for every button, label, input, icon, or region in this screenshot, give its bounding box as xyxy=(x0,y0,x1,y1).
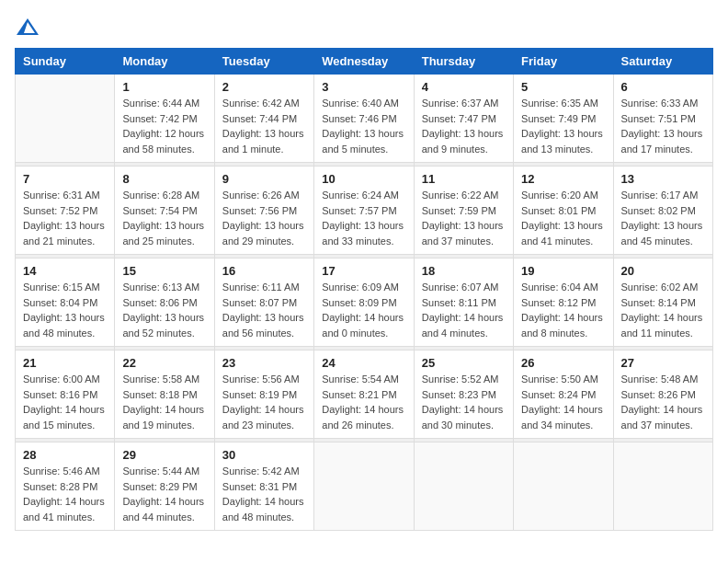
day-header-saturday: Saturday xyxy=(613,49,712,75)
day-info: Sunrise: 6:15 AMSunset: 8:04 PMDaylight:… xyxy=(23,280,107,340)
day-number: 24 xyxy=(322,356,405,370)
day-number: 18 xyxy=(422,264,506,278)
calendar-cell: 17Sunrise: 6:09 AMSunset: 8:09 PMDayligh… xyxy=(314,259,414,347)
day-number: 19 xyxy=(521,264,605,278)
day-header-monday: Monday xyxy=(115,49,214,75)
day-number: 8 xyxy=(122,172,206,186)
day-info: Sunrise: 6:24 AMSunset: 7:57 PMDaylight:… xyxy=(322,188,405,248)
day-info: Sunrise: 6:37 AMSunset: 7:47 PMDaylight:… xyxy=(422,96,506,156)
calendar-cell: 15Sunrise: 6:13 AMSunset: 8:06 PMDayligh… xyxy=(115,259,214,347)
calendar-cell xyxy=(414,442,513,531)
day-info: Sunrise: 5:46 AMSunset: 8:28 PMDaylight:… xyxy=(23,464,107,524)
calendar-cell: 2Sunrise: 6:42 AMSunset: 7:44 PMDaylight… xyxy=(214,75,313,163)
day-info: Sunrise: 6:40 AMSunset: 7:46 PMDaylight:… xyxy=(322,96,405,156)
day-number: 3 xyxy=(322,80,405,94)
day-info: Sunrise: 6:09 AMSunset: 8:09 PMDaylight:… xyxy=(322,280,405,340)
calendar-cell: 13Sunrise: 6:17 AMSunset: 8:02 PMDayligh… xyxy=(613,167,712,255)
calendar-cell: 30Sunrise: 5:42 AMSunset: 8:31 PMDayligh… xyxy=(214,442,313,531)
calendar-cell: 19Sunrise: 6:04 AMSunset: 8:12 PMDayligh… xyxy=(514,259,613,347)
day-info: Sunrise: 6:04 AMSunset: 8:12 PMDaylight:… xyxy=(521,280,605,340)
calendar-cell: 7Sunrise: 6:31 AMSunset: 7:52 PMDaylight… xyxy=(16,167,115,255)
day-info: Sunrise: 5:44 AMSunset: 8:29 PMDaylight:… xyxy=(122,464,206,524)
day-number: 25 xyxy=(422,356,506,370)
day-number: 21 xyxy=(23,356,107,370)
calendar-cell: 18Sunrise: 6:07 AMSunset: 8:11 PMDayligh… xyxy=(414,259,513,347)
calendar-cell xyxy=(613,442,712,531)
day-info: Sunrise: 5:42 AMSunset: 8:31 PMDaylight:… xyxy=(222,464,306,524)
calendar-cell: 10Sunrise: 6:24 AMSunset: 7:57 PMDayligh… xyxy=(314,167,414,255)
day-header-wednesday: Wednesday xyxy=(314,49,414,75)
calendar-cell xyxy=(16,75,115,163)
day-info: Sunrise: 6:33 AMSunset: 7:51 PMDaylight:… xyxy=(621,96,705,156)
day-info: Sunrise: 6:31 AMSunset: 7:52 PMDaylight:… xyxy=(23,188,107,248)
day-number: 7 xyxy=(23,172,107,186)
calendar-cell xyxy=(514,442,613,531)
calendar-cell: 1Sunrise: 6:44 AMSunset: 7:42 PMDaylight… xyxy=(115,75,214,163)
day-info: Sunrise: 5:52 AMSunset: 8:23 PMDaylight:… xyxy=(422,372,506,432)
day-number: 22 xyxy=(122,356,206,370)
day-number: 4 xyxy=(422,80,506,94)
calendar-cell: 16Sunrise: 6:11 AMSunset: 8:07 PMDayligh… xyxy=(214,259,313,347)
day-number: 23 xyxy=(222,356,306,370)
day-info: Sunrise: 5:48 AMSunset: 8:26 PMDaylight:… xyxy=(621,372,705,432)
day-header-tuesday: Tuesday xyxy=(214,49,313,75)
calendar-cell: 29Sunrise: 5:44 AMSunset: 8:29 PMDayligh… xyxy=(115,442,214,531)
calendar-cell: 22Sunrise: 5:58 AMSunset: 8:18 PMDayligh… xyxy=(115,350,214,439)
calendar-cell: 27Sunrise: 5:48 AMSunset: 8:26 PMDayligh… xyxy=(613,350,712,439)
calendar-cell: 20Sunrise: 6:02 AMSunset: 8:14 PMDayligh… xyxy=(613,259,712,347)
day-number: 5 xyxy=(521,80,605,94)
day-info: Sunrise: 6:00 AMSunset: 8:16 PMDaylight:… xyxy=(23,372,107,432)
day-info: Sunrise: 5:54 AMSunset: 8:21 PMDaylight:… xyxy=(322,372,405,432)
calendar-cell: 4Sunrise: 6:37 AMSunset: 7:47 PMDaylight… xyxy=(414,75,513,163)
day-number: 20 xyxy=(621,264,705,278)
day-header-friday: Friday xyxy=(514,49,613,75)
calendar-cell: 25Sunrise: 5:52 AMSunset: 8:23 PMDayligh… xyxy=(414,350,513,439)
day-info: Sunrise: 6:44 AMSunset: 7:42 PMDaylight:… xyxy=(122,96,206,156)
day-number: 30 xyxy=(222,448,306,462)
day-number: 6 xyxy=(621,80,705,94)
calendar-header-row: SundayMondayTuesdayWednesdayThursdayFrid… xyxy=(16,49,713,75)
week-row-4: 21Sunrise: 6:00 AMSunset: 8:16 PMDayligh… xyxy=(16,350,713,439)
day-number: 1 xyxy=(122,80,206,94)
day-number: 16 xyxy=(222,264,306,278)
day-header-sunday: Sunday xyxy=(16,49,115,75)
day-info: Sunrise: 6:07 AMSunset: 8:11 PMDaylight:… xyxy=(422,280,506,340)
day-info: Sunrise: 6:22 AMSunset: 7:59 PMDaylight:… xyxy=(422,188,506,248)
calendar-cell: 21Sunrise: 6:00 AMSunset: 8:16 PMDayligh… xyxy=(16,350,115,439)
calendar-cell: 23Sunrise: 5:56 AMSunset: 8:19 PMDayligh… xyxy=(214,350,313,439)
calendar-body: 1Sunrise: 6:44 AMSunset: 7:42 PMDaylight… xyxy=(16,75,713,531)
logo xyxy=(15,15,44,40)
calendar-cell: 28Sunrise: 5:46 AMSunset: 8:28 PMDayligh… xyxy=(16,442,115,531)
calendar-cell: 6Sunrise: 6:33 AMSunset: 7:51 PMDaylight… xyxy=(613,75,712,163)
calendar: SundayMondayTuesdayWednesdayThursdayFrid… xyxy=(15,48,713,531)
week-row-1: 1Sunrise: 6:44 AMSunset: 7:42 PMDaylight… xyxy=(16,75,713,163)
calendar-cell: 9Sunrise: 6:26 AMSunset: 7:56 PMDaylight… xyxy=(214,167,313,255)
day-info: Sunrise: 6:35 AMSunset: 7:49 PMDaylight:… xyxy=(521,96,605,156)
day-number: 17 xyxy=(322,264,405,278)
calendar-cell: 24Sunrise: 5:54 AMSunset: 8:21 PMDayligh… xyxy=(314,350,414,439)
day-info: Sunrise: 6:26 AMSunset: 7:56 PMDaylight:… xyxy=(222,188,306,248)
week-row-2: 7Sunrise: 6:31 AMSunset: 7:52 PMDaylight… xyxy=(16,167,713,255)
day-number: 10 xyxy=(322,172,405,186)
day-number: 15 xyxy=(122,264,206,278)
calendar-cell: 3Sunrise: 6:40 AMSunset: 7:46 PMDaylight… xyxy=(314,75,414,163)
calendar-cell: 8Sunrise: 6:28 AMSunset: 7:54 PMDaylight… xyxy=(115,167,214,255)
day-info: Sunrise: 6:20 AMSunset: 8:01 PMDaylight:… xyxy=(521,188,605,248)
day-info: Sunrise: 6:42 AMSunset: 7:44 PMDaylight:… xyxy=(222,96,306,156)
day-number: 28 xyxy=(23,448,107,462)
day-info: Sunrise: 6:13 AMSunset: 8:06 PMDaylight:… xyxy=(122,280,206,340)
day-info: Sunrise: 6:02 AMSunset: 8:14 PMDaylight:… xyxy=(621,280,705,340)
day-info: Sunrise: 5:56 AMSunset: 8:19 PMDaylight:… xyxy=(222,372,306,432)
header xyxy=(15,15,713,40)
day-info: Sunrise: 5:50 AMSunset: 8:24 PMDaylight:… xyxy=(521,372,605,432)
day-header-thursday: Thursday xyxy=(414,49,513,75)
day-number: 29 xyxy=(122,448,206,462)
calendar-cell: 11Sunrise: 6:22 AMSunset: 7:59 PMDayligh… xyxy=(414,167,513,255)
week-row-5: 28Sunrise: 5:46 AMSunset: 8:28 PMDayligh… xyxy=(16,442,713,531)
calendar-cell: 26Sunrise: 5:50 AMSunset: 8:24 PMDayligh… xyxy=(514,350,613,439)
day-number: 12 xyxy=(521,172,605,186)
day-number: 26 xyxy=(521,356,605,370)
calendar-cell: 14Sunrise: 6:15 AMSunset: 8:04 PMDayligh… xyxy=(16,259,115,347)
day-number: 27 xyxy=(621,356,705,370)
day-number: 13 xyxy=(621,172,705,186)
